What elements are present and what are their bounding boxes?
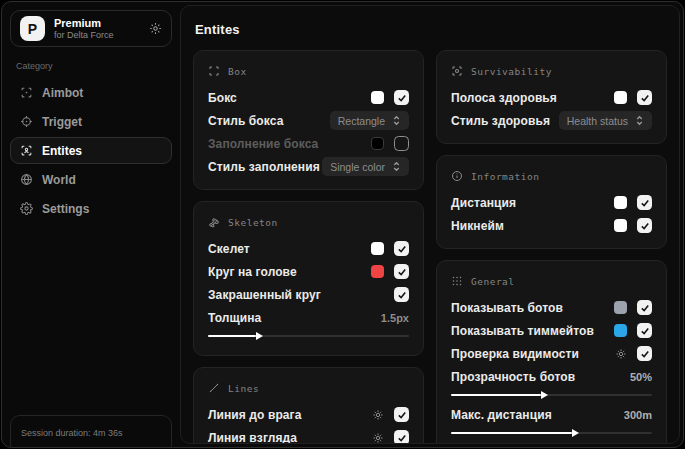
section-title: Box (228, 66, 247, 77)
setting-label: Стиль здоровья (451, 114, 550, 128)
checkbox[interactable] (637, 323, 652, 338)
setting-label: Прозрачность ботов (451, 370, 575, 384)
setting-row-box-enable: Бокс (208, 86, 409, 109)
setting-row-head-circle: Круг на голове (208, 260, 409, 283)
slider-value: 1.5px (381, 312, 409, 324)
color-swatch[interactable] (614, 324, 627, 337)
sidebar-item-settings[interactable]: Settings (10, 195, 172, 222)
checkbox[interactable] (394, 136, 409, 151)
sidebar-item-world[interactable]: World (10, 166, 172, 193)
general-card: General Показывать ботов Показывать тимм… (436, 260, 667, 444)
target-icon (20, 115, 33, 128)
main-panel: Entites Box Бокс (180, 5, 680, 444)
row-gear-icon[interactable] (372, 432, 384, 444)
max-distance-slider[interactable] (451, 432, 652, 434)
sidebar-item-aimbot[interactable]: Aimbot (10, 79, 172, 106)
brand-card: P Premium for Delta Force (10, 10, 172, 47)
color-swatch[interactable] (371, 242, 384, 255)
focus-circle-icon (451, 65, 463, 77)
color-swatch[interactable] (614, 219, 627, 232)
sidebar-item-entites[interactable]: Entites (10, 137, 172, 164)
chevrons-up-down-icon (392, 161, 401, 172)
setting-label: Проверка видимости (451, 347, 579, 361)
checkbox[interactable] (637, 300, 652, 315)
slider-thumb[interactable] (572, 429, 579, 437)
setting-row-fill-style: Стиль заполнения Single color (208, 155, 409, 178)
thickness-slider[interactable] (208, 335, 409, 337)
bot-opacity-slider[interactable] (451, 394, 652, 396)
scan-brackets-icon (208, 65, 220, 77)
survivability-card: Survivability Полоса здоровья Стиль здор… (436, 50, 667, 144)
color-swatch[interactable] (371, 265, 384, 278)
category-label: Category (16, 61, 166, 71)
checkbox[interactable] (394, 407, 409, 422)
slider-value: 50% (630, 371, 652, 383)
lines-card: Lines Линия до врага (193, 367, 424, 444)
brand-subtitle: for Delta Force (54, 30, 114, 40)
max-distance-slider-block: Макс. дистанция 300m (451, 405, 652, 441)
box-style-select[interactable]: Rectangle (330, 111, 409, 130)
setting-row-filled-circle: Закрашенный круг (208, 283, 409, 306)
checkbox[interactable] (394, 241, 409, 256)
row-gear-icon[interactable] (372, 409, 384, 421)
health-style-select[interactable]: Health status (559, 111, 652, 130)
checkbox[interactable] (394, 430, 409, 444)
row-gear-icon[interactable] (615, 348, 627, 360)
sidebar-item-label: Aimbot (42, 86, 83, 100)
slider-value: 300m (624, 409, 652, 421)
select-value: Single color (330, 161, 385, 173)
setting-row-health-style: Стиль здоровья Health status (451, 109, 652, 132)
section-title: Information (471, 171, 539, 182)
checkbox[interactable] (637, 218, 652, 233)
setting-row-show-teammates: Показывать тиммейтов (451, 319, 652, 342)
color-swatch[interactable] (614, 301, 627, 314)
color-swatch[interactable] (371, 91, 384, 104)
fill-style-select[interactable]: Single color (322, 157, 409, 176)
session-duration-card: Session duration: 4m 36s (10, 415, 172, 448)
thickness-slider-block: Толщина 1.5px (208, 308, 409, 344)
sidebar-item-trigget[interactable]: Trigget (10, 108, 172, 135)
setting-row-nickname: Никнейм (451, 214, 652, 237)
sidebar-item-label: Entites (42, 144, 82, 158)
color-swatch[interactable] (614, 91, 627, 104)
checkbox[interactable] (394, 90, 409, 105)
setting-row-box-style: Стиль бокса Rectangle (208, 109, 409, 132)
setting-label: Показывать ботов (451, 301, 563, 315)
section-title: Skeleton (228, 217, 278, 228)
setting-row-skeleton-enable: Скелет (208, 237, 409, 260)
section-title: Lines (228, 383, 259, 394)
color-swatch[interactable] (371, 137, 384, 150)
setting-row-distance: Дистанция (451, 191, 652, 214)
checkbox[interactable] (637, 346, 652, 361)
scan-person-icon (20, 144, 33, 157)
setting-label: Скелет (208, 242, 250, 256)
chevrons-up-down-icon (392, 115, 401, 126)
setting-row-enemy-line: Линия до врага (208, 403, 409, 426)
grid-dots-icon (451, 275, 463, 287)
setting-row-box-fill: Заполнение бокса (208, 132, 409, 155)
globe-icon (20, 173, 33, 186)
setting-label: Показывать тиммейтов (451, 324, 594, 338)
setting-label: Полоса здоровья (451, 91, 557, 105)
sidebar-item-label: Settings (42, 202, 89, 216)
checkbox[interactable] (394, 287, 409, 302)
slider-thumb[interactable] (541, 391, 548, 399)
select-value: Health status (567, 115, 628, 127)
sidebar: P Premium for Delta Force Category Aimbo… (2, 2, 180, 447)
setting-label: Стиль бокса (208, 114, 283, 128)
app-window: P Premium for Delta Force Category Aimbo… (1, 1, 684, 448)
info-circle-icon (451, 170, 463, 182)
page-title: Entites (195, 22, 665, 37)
setting-row-view-line: Линия взгляда (208, 426, 409, 444)
color-swatch[interactable] (614, 196, 627, 209)
setting-row-show-bots: Показывать ботов (451, 296, 652, 319)
bone-icon (208, 216, 220, 228)
settings-gear-icon[interactable] (149, 22, 162, 35)
checkbox[interactable] (394, 264, 409, 279)
checkbox[interactable] (637, 195, 652, 210)
checkbox[interactable] (637, 90, 652, 105)
setting-label: Толщина (208, 311, 261, 325)
chevrons-up-down-icon (635, 115, 644, 126)
setting-row-visibility-check: Проверка видимости (451, 342, 652, 365)
slider-thumb[interactable] (256, 332, 263, 340)
